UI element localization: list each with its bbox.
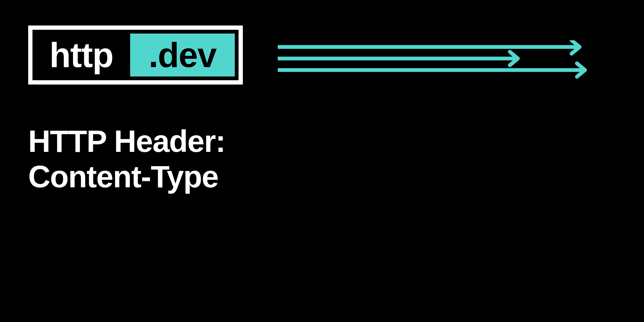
heading-line-2: Content-Type bbox=[28, 159, 225, 194]
logo-right-text: .dev bbox=[130, 34, 235, 76]
logo-box: http .dev bbox=[28, 25, 243, 85]
arrows-icon bbox=[278, 40, 588, 79]
page-heading: HTTP Header: Content-Type bbox=[28, 123, 225, 195]
heading-line-1: HTTP Header: bbox=[28, 123, 225, 159]
logo-left-text: http bbox=[32, 30, 130, 80]
